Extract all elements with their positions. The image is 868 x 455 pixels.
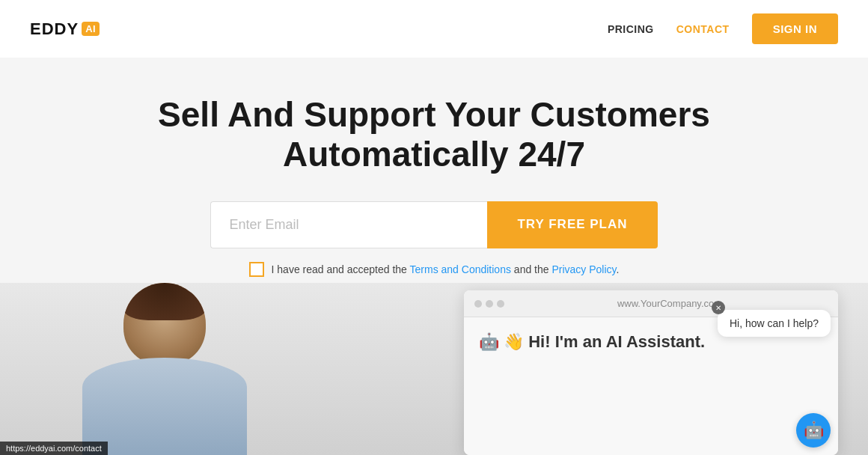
email-form: TRY FREE PLAN [30, 201, 838, 248]
logo: EDDY AI [30, 19, 100, 39]
terms-text-after: . [617, 263, 620, 275]
hero-title: Sell And Support Your Customers Automati… [30, 95, 838, 174]
nav: PRICING CONTACT SIGN IN [608, 13, 838, 44]
terms-label: I have read and accepted the Terms and C… [272, 263, 620, 275]
nav-pricing[interactable]: PRICING [608, 23, 654, 35]
logo-text: EDDY [30, 19, 79, 39]
logo-badge: AI [82, 22, 100, 36]
chat-widget-icon: 🤖 [804, 421, 824, 440]
hero-title-line1: Sell And Support Your Customers [158, 95, 710, 134]
nav-contact[interactable]: CONTACT [676, 23, 730, 35]
hero-section: Sell And Support Your Customers Automati… [0, 58, 868, 329]
ai-greeting-text: 🤖 👋 Hi! I'm an AI Assistant. [479, 332, 705, 351]
try-free-plan-button[interactable]: TRY FREE PLAN [487, 201, 657, 248]
terms-checkbox-row: I have read and accepted the Terms and C… [30, 262, 838, 277]
signin-button[interactable]: SIGN IN [752, 13, 838, 44]
terms-link[interactable]: Terms and Conditions [410, 263, 511, 275]
footer-url-hint: https://eddyai.com/contact [0, 442, 108, 455]
terms-checkbox[interactable] [249, 262, 264, 277]
browser-content: ✕ Hi, how can I help? 🤖 👋 Hi! I'm an AI … [464, 317, 838, 455]
terms-text-before: I have read and accepted the [272, 263, 410, 275]
header: EDDY AI PRICING CONTACT SIGN IN [0, 0, 868, 58]
email-input[interactable] [210, 201, 487, 248]
chat-widget-button[interactable]: 🤖 [796, 413, 831, 448]
terms-text-mid: and the [511, 263, 552, 275]
privacy-link[interactable]: Privacy Policy [551, 263, 616, 275]
hero-title-line2: Automatically 24/7 [283, 135, 585, 174]
person-body [82, 358, 247, 455]
